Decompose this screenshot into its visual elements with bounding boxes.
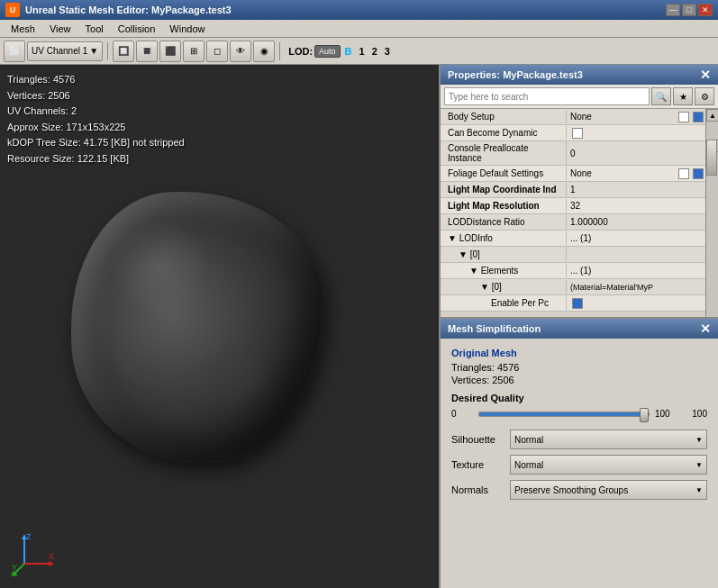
texture-label: Texture xyxy=(451,459,510,470)
toolbar-btn-4[interactable]: ⬛ xyxy=(159,41,181,62)
prop-cb1-body-setup[interactable] xyxy=(678,112,689,122)
texture-arrow-icon: ▼ xyxy=(695,461,703,469)
viewport[interactable]: Triangles: 4576 Vertices: 2506 UV Channe… xyxy=(0,65,439,588)
stat-triangles: Triangles: 4576 xyxy=(7,72,185,88)
properties-close-button[interactable]: ✕ xyxy=(700,68,711,81)
prop-name-lightmap-coord: Light Map Coordinate Ind xyxy=(441,183,567,196)
prop-value-enable-per-pc xyxy=(567,296,705,311)
toolbar-btn-8[interactable]: ◉ xyxy=(253,41,275,62)
prop-value-lightmap-res: 32 xyxy=(567,199,705,213)
properties-body: Body Setup None Can Become Dynamic xyxy=(441,109,718,317)
prop-row-lightmap-res: Light Map Resolution 32 xyxy=(441,198,705,214)
lod-3-button[interactable]: 3 xyxy=(382,46,393,57)
desired-quality-label: Desired Quality xyxy=(451,393,707,403)
prop-cb-can-become-dynamic[interactable] xyxy=(572,128,583,139)
elements-expand-icon[interactable]: ▼ xyxy=(469,266,478,276)
lod-section: LOD: Auto B 1 2 3 xyxy=(288,45,393,58)
stats-overlay: Triangles: 4576 Vertices: 2506 UV Channe… xyxy=(7,72,185,167)
lod-1-button[interactable]: 1 xyxy=(357,46,368,57)
texture-row: Texture Normal ▼ xyxy=(451,455,707,475)
close-window-button[interactable]: ✕ xyxy=(698,4,713,16)
right-panel: Properties: MyPackage.test3 ✕ 🔍 ★ ⚙ Body… xyxy=(439,65,718,588)
normals-dropdown[interactable]: Preserve Smoothing Groups ▼ xyxy=(510,480,707,500)
menu-window[interactable]: Window xyxy=(162,22,212,36)
svg-marker-4 xyxy=(49,561,54,566)
search-input[interactable] xyxy=(444,87,650,105)
normals-label: Normals xyxy=(451,484,510,495)
toolbar: ⬜ UV Channel 1 ▼ 🔲 🔳 ⬛ ⊞ ◻ 👁 ◉ LOD: Auto… xyxy=(0,38,718,65)
toolbar-btn-2[interactable]: 🔲 xyxy=(113,41,134,62)
prop-row-lod-distance: LODDistance Ratio 1.000000 xyxy=(441,214,705,231)
window-controls: — □ ✕ xyxy=(666,4,713,16)
svg-marker-1 xyxy=(22,534,27,539)
filter-button[interactable]: ⚙ xyxy=(695,87,714,105)
scroll-thumb[interactable] xyxy=(706,140,717,176)
dropdowns-section: Silhouette Normal ▼ Texture Normal ▼ xyxy=(451,430,707,500)
prop-row-elements: ▼ Elements ... (1) xyxy=(441,263,705,279)
toolbar-separator-2 xyxy=(279,42,280,60)
lodinfo-expand-icon[interactable]: ▼ xyxy=(448,233,457,243)
lodinfo-0-expand-icon[interactable]: ▼ xyxy=(459,249,468,259)
normals-arrow-icon: ▼ xyxy=(695,486,703,494)
search-button[interactable]: 🔍 xyxy=(651,87,671,105)
lod-2-button[interactable]: 2 xyxy=(369,46,380,57)
scroll-up-arrow[interactable]: ▲ xyxy=(706,109,718,122)
simplification-title: Mesh Simplification xyxy=(448,323,541,334)
prop-value-lightmap-coord: 1 xyxy=(567,183,705,196)
toolbar-btn-5[interactable]: ⊞ xyxy=(183,41,204,62)
silhouette-label: Silhouette xyxy=(451,434,510,445)
prop-row-lightmap-coord: Light Map Coordinate Ind 1 xyxy=(441,182,705,198)
toolbar-btn-1[interactable]: ⬜ xyxy=(4,41,25,62)
scroll-track xyxy=(706,122,718,140)
toolbar-btn-6[interactable]: ◻ xyxy=(206,41,228,62)
desired-quality-section: Desired Quality 0 100 100 xyxy=(451,393,707,419)
menu-collision[interactable]: Collision xyxy=(111,22,163,36)
favorites-button[interactable]: ★ xyxy=(673,87,693,105)
lod-label: LOD: xyxy=(288,46,313,57)
uv-channel-arrow: ▼ xyxy=(89,46,98,56)
prop-row-lodinfo: ▼ LODInfo ... (1) xyxy=(441,231,705,247)
minimize-button[interactable]: — xyxy=(666,4,680,16)
toolbar-btn-3[interactable]: 🔳 xyxy=(136,41,158,62)
slider-min-label: 0 xyxy=(451,409,473,419)
element-0-expand-icon[interactable]: ▼ xyxy=(480,282,489,292)
prop-name-console-prealloc: Console Preallocate Instance xyxy=(441,141,567,165)
prop-cb-enable-per-pc[interactable] xyxy=(572,298,583,309)
lod-auto-button[interactable]: Auto xyxy=(314,45,341,58)
prop-cb1-foliage[interactable] xyxy=(678,168,689,179)
maximize-button[interactable]: □ xyxy=(682,4,696,16)
texture-dropdown[interactable]: Normal ▼ xyxy=(510,455,707,475)
prop-row-body-setup: Body Setup None xyxy=(441,109,705,125)
simplification-close-button[interactable]: ✕ xyxy=(700,322,711,335)
stat-uvchannels: UV Channels: 2 xyxy=(7,104,185,120)
prop-value-console-prealloc: 0 xyxy=(567,147,705,160)
main-content: Triangles: 4576 Vertices: 2506 UV Channe… xyxy=(0,65,718,588)
simplification-header: Mesh Simplification ✕ xyxy=(441,319,718,339)
toolbar-btn-7[interactable]: 👁 xyxy=(230,41,251,62)
prop-cb2-body-setup[interactable] xyxy=(693,112,704,122)
menu-mesh[interactable]: Mesh xyxy=(4,22,42,36)
lod-b-button[interactable]: B xyxy=(342,46,355,57)
prop-row-can-become-dynamic: Can Become Dynamic xyxy=(441,125,705,141)
menu-tool[interactable]: Tool xyxy=(78,22,111,36)
slider-max-label: 100 xyxy=(655,409,677,419)
uv-channel-dropdown[interactable]: UV Channel 1 ▼ xyxy=(27,41,103,61)
app-icon: U xyxy=(5,3,20,17)
prop-checkboxes-foliage xyxy=(677,168,705,179)
properties-title: Properties: MyPackage.test3 xyxy=(448,69,583,80)
menu-view[interactable]: View xyxy=(42,22,78,36)
silhouette-row: Silhouette Normal ▼ xyxy=(451,430,707,449)
normals-value: Preserve Smoothing Groups xyxy=(514,485,628,495)
prop-cb2-foliage[interactable] xyxy=(693,168,704,179)
prop-row-foliage: Foliage Default Settings None xyxy=(441,166,705,182)
search-bar: 🔍 ★ ⚙ xyxy=(441,85,718,109)
properties-header: Properties: MyPackage.test3 ✕ xyxy=(441,65,718,85)
silhouette-dropdown[interactable]: Normal ▼ xyxy=(510,430,707,449)
prop-name-enable-per-pc: Enable Per Pc xyxy=(441,296,567,310)
stat-resource: Resource Size: 122.15 [KB] xyxy=(7,151,185,167)
rock-mesh xyxy=(71,192,323,462)
slider-thumb[interactable] xyxy=(640,408,649,422)
slider-track[interactable] xyxy=(478,412,650,417)
silhouette-arrow-icon: ▼ xyxy=(695,436,703,444)
prop-row-enable-per-pc: Enable Per Pc xyxy=(441,295,705,312)
